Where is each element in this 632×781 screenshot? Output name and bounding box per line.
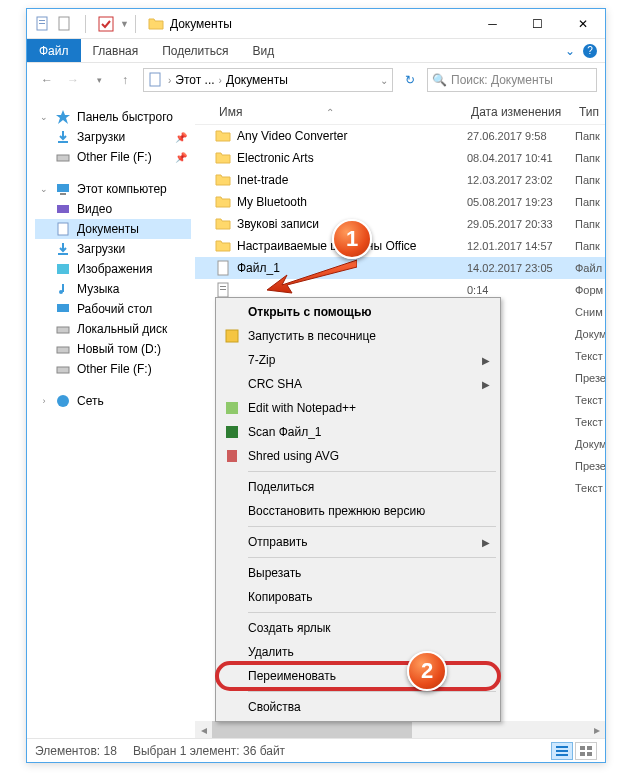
checkbox-icon[interactable]: [98, 16, 114, 32]
context-item[interactable]: Scan Файл_1: [218, 420, 498, 444]
context-item[interactable]: CRC SHA▶: [218, 372, 498, 396]
context-label: Копировать: [248, 590, 313, 604]
crumb-thispc[interactable]: Этот ...: [175, 73, 214, 87]
svg-rect-55: [587, 746, 592, 750]
search-icon: 🔍: [432, 73, 447, 87]
context-item[interactable]: Переименовать: [218, 664, 498, 688]
horizontal-scrollbar[interactable]: ◂ ▸: [195, 721, 605, 738]
nav-quick-item[interactable]: Загрузки📌: [35, 127, 191, 147]
svg-rect-56: [580, 752, 585, 756]
properties-icon[interactable]: [35, 16, 51, 32]
nav-pc-item[interactable]: Изображения: [35, 259, 191, 279]
nav-quick-item[interactable]: Other File (F:)📌: [35, 147, 191, 167]
nav-pc-item[interactable]: Загрузки: [35, 239, 191, 259]
nav-network[interactable]: ›Сеть: [35, 391, 191, 411]
back-button[interactable]: ←: [35, 68, 59, 92]
file-row[interactable]: Electronic Arts08.04.2017 10:41Папк: [195, 147, 605, 169]
address-box[interactable]: › Этот ... › Документы ⌄: [143, 68, 393, 92]
col-type[interactable]: Тип: [575, 105, 605, 119]
history-dropdown[interactable]: ▾: [87, 68, 111, 92]
forward-button[interactable]: →: [61, 68, 85, 92]
col-date[interactable]: Дата изменения: [467, 105, 575, 119]
qat-dropdown-icon[interactable]: ▼: [120, 19, 129, 29]
file-name: Any Video Converter: [237, 129, 467, 143]
minimize-button[interactable]: ─: [470, 10, 515, 38]
nav-pc-item[interactable]: Видео: [35, 199, 191, 219]
file-type: Презе: [575, 460, 605, 472]
context-separator: [248, 471, 496, 472]
context-label: Открыть с помощью: [248, 305, 372, 319]
svg-rect-54: [580, 746, 585, 750]
file-name: Inet-trade: [237, 173, 467, 187]
nav-quick-access[interactable]: ⌄Панель быстрого: [35, 107, 191, 127]
context-item[interactable]: Восстановить прежнюю версию: [218, 499, 498, 523]
file-type: Папк: [575, 240, 605, 252]
context-item[interactable]: Создать ярлык: [218, 616, 498, 640]
file-type: Докум: [575, 438, 605, 450]
up-button[interactable]: ↑: [113, 68, 137, 92]
file-row[interactable]: My Bluetooth05.08.2017 19:23Папк: [195, 191, 605, 213]
context-item[interactable]: Копировать: [218, 585, 498, 609]
file-row[interactable]: Any Video Converter27.06.2017 9:58Папк: [195, 125, 605, 147]
help-icon[interactable]: ?: [583, 44, 597, 58]
svg-rect-57: [587, 752, 592, 756]
address-dropdown-icon[interactable]: ⌄: [380, 75, 388, 86]
file-date: 12.03.2017 23:02: [467, 174, 575, 186]
nav-pc-item[interactable]: Локальный диск: [35, 319, 191, 339]
context-label: Свойства: [248, 700, 301, 714]
file-date: 29.05.2017 20:33: [467, 218, 575, 230]
scroll-thumb[interactable]: [212, 721, 412, 738]
col-name[interactable]: Имя ⌃: [215, 105, 467, 119]
svg-rect-59: [226, 402, 238, 414]
scroll-right-icon[interactable]: ▸: [588, 721, 605, 738]
context-item[interactable]: Отправить▶: [218, 530, 498, 554]
context-separator: [248, 526, 496, 527]
annotation-badge-2: 2: [407, 651, 447, 691]
context-item[interactable]: Свойства: [218, 695, 498, 719]
svg-rect-11: [57, 205, 69, 213]
submenu-icon: ▶: [482, 537, 490, 548]
search-input[interactable]: 🔍 Поиск: Документы: [427, 68, 597, 92]
nav-pc-item[interactable]: Музыка: [35, 279, 191, 299]
new-folder-icon[interactable]: [57, 16, 73, 32]
context-item[interactable]: Edit with Notepad++: [218, 396, 498, 420]
close-button[interactable]: ✕: [560, 10, 605, 38]
view-icons-button[interactable]: [575, 742, 597, 760]
context-item[interactable]: Shred using AVG: [218, 444, 498, 468]
refresh-button[interactable]: ↻: [399, 69, 421, 91]
file-row[interactable]: Звукові записи29.05.2017 20:33Папк: [195, 213, 605, 235]
tab-file[interactable]: Файл: [27, 39, 81, 62]
file-row[interactable]: Настраиваемые шаблоны Office12.01.2017 1…: [195, 235, 605, 257]
context-item[interactable]: Вырезать: [218, 561, 498, 585]
context-item[interactable]: Запустить в песочнице: [218, 324, 498, 348]
nav-pc-item[interactable]: Other File (F:): [35, 359, 191, 379]
context-label: Создать ярлык: [248, 621, 331, 635]
svg-rect-60: [226, 426, 238, 438]
context-item[interactable]: 7-Zip▶: [218, 348, 498, 372]
nav-pc-item[interactable]: Документы: [35, 219, 191, 239]
context-label: Отправить: [248, 535, 308, 549]
context-item[interactable]: Открыть с помощью: [218, 300, 498, 324]
view-details-button[interactable]: [551, 742, 573, 760]
nav-pc-item[interactable]: Рабочий стол: [35, 299, 191, 319]
tab-view[interactable]: Вид: [240, 39, 286, 62]
crumb-documents[interactable]: Документы: [226, 73, 288, 87]
ribbon-expand-icon[interactable]: ⌄: [565, 44, 575, 58]
doc-folder-icon: [148, 72, 164, 88]
context-label: CRC SHA: [248, 377, 302, 391]
scroll-left-icon[interactable]: ◂: [195, 721, 212, 738]
file-name: My Bluetooth: [237, 195, 467, 209]
file-type: Папк: [575, 130, 605, 142]
context-item[interactable]: Удалить: [218, 640, 498, 664]
nav-pc-item[interactable]: Новый том (D:): [35, 339, 191, 359]
quick-access-toolbar: ▼: [35, 15, 129, 33]
file-row[interactable]: Файл_114.02.2017 23:05Файл: [195, 257, 605, 279]
file-type: Файл: [575, 262, 605, 274]
nav-this-pc[interactable]: ⌄Этот компьютер: [35, 179, 191, 199]
tab-share[interactable]: Поделиться: [150, 39, 240, 62]
svg-rect-61: [227, 450, 237, 462]
context-item[interactable]: Поделиться: [218, 475, 498, 499]
file-row[interactable]: Inet-trade12.03.2017 23:02Папк: [195, 169, 605, 191]
tab-home[interactable]: Главная: [81, 39, 151, 62]
maximize-button[interactable]: ☐: [515, 10, 560, 38]
